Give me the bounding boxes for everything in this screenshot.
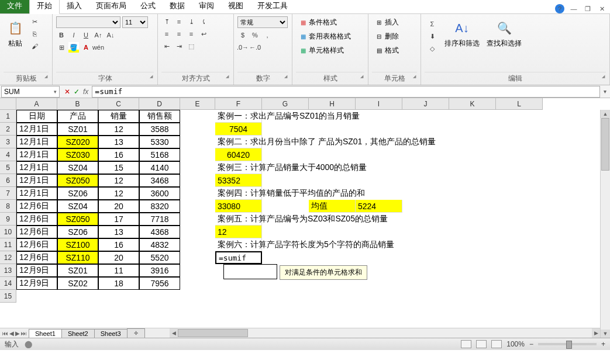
scroll-right-icon[interactable]: ▶ bbox=[592, 328, 600, 338]
cell[interactable]: SZ020 bbox=[57, 136, 98, 148]
font-family-select[interactable] bbox=[56, 16, 120, 28]
zoom-out-icon[interactable]: − bbox=[529, 340, 533, 348]
cell[interactable]: 4832 bbox=[139, 238, 180, 251]
col-header[interactable]: F bbox=[215, 98, 262, 110]
cell[interactable]: 4368 bbox=[139, 226, 180, 238]
minimize-icon[interactable]: — bbox=[569, 4, 578, 13]
cell[interactable]: 33080 bbox=[215, 200, 262, 213]
sort-filter-button[interactable]: A↓ 排序和筛选 bbox=[442, 16, 482, 51]
clear-icon[interactable]: ◇ bbox=[427, 43, 437, 54]
sheet-nav-last-icon[interactable]: ⏭ bbox=[21, 330, 27, 337]
cell[interactable]: SZ110 bbox=[57, 251, 98, 264]
tab-data[interactable]: 数据 bbox=[163, 0, 192, 13]
autosum-icon[interactable]: Σ bbox=[427, 19, 437, 29]
cell[interactable]: 3588 bbox=[139, 123, 180, 136]
cell[interactable]: SZ100 bbox=[57, 238, 98, 251]
tab-dev[interactable]: 开发工具 bbox=[250, 0, 295, 13]
cell[interactable]: 12 bbox=[98, 187, 139, 200]
border-icon[interactable]: ⊞ bbox=[56, 42, 67, 53]
cell[interactable]: =sumif bbox=[215, 251, 262, 264]
sheet-nav-next-icon[interactable]: ▶ bbox=[15, 330, 20, 337]
merge-icon[interactable]: ⬚ bbox=[186, 41, 197, 51]
percent-icon[interactable]: % bbox=[250, 30, 260, 40]
conditional-format-button[interactable]: ▦条件格式 bbox=[296, 16, 339, 29]
font-color-icon[interactable]: A bbox=[81, 42, 91, 53]
col-header[interactable]: D bbox=[139, 98, 180, 110]
help-icon[interactable]: ? bbox=[555, 4, 564, 13]
cell[interactable]: 12月9日 bbox=[16, 264, 57, 277]
comma-icon[interactable]: , bbox=[262, 30, 273, 40]
cell[interactable]: SZ01 bbox=[57, 123, 98, 136]
row-header[interactable]: 11 bbox=[0, 238, 16, 251]
scroll-left-icon[interactable]: ◀ bbox=[170, 328, 178, 338]
increase-indent-icon[interactable]: ⇥ bbox=[174, 41, 184, 51]
fill-color-icon[interactable]: 🪣 bbox=[68, 42, 79, 53]
cell[interactable]: 12 bbox=[215, 226, 262, 238]
fx-icon[interactable]: fx bbox=[83, 88, 88, 96]
row-header[interactable]: 15 bbox=[0, 290, 16, 303]
tab-view[interactable]: 视图 bbox=[221, 0, 250, 13]
align-left-icon[interactable]: ≡ bbox=[161, 29, 172, 39]
hscroll-thumb[interactable] bbox=[178, 329, 248, 337]
cell[interactable]: SZ04 bbox=[57, 161, 98, 174]
scroll-down-icon[interactable]: ▼ bbox=[601, 330, 610, 338]
restore-icon[interactable]: ❐ bbox=[583, 4, 592, 13]
align-middle-icon[interactable]: ≡ bbox=[174, 16, 184, 27]
cell[interactable]: 8320 bbox=[139, 200, 180, 213]
fill-icon[interactable]: ⬇ bbox=[427, 31, 437, 41]
tab-file[interactable]: 文件 bbox=[0, 0, 29, 13]
cell[interactable]: 12月6日 bbox=[16, 251, 57, 264]
number-format-select[interactable]: 常规 bbox=[237, 16, 288, 28]
col-header[interactable]: B bbox=[57, 98, 98, 110]
increase-decimal-icon[interactable]: .0→ bbox=[237, 42, 248, 53]
vertical-scrollbar[interactable]: ▲ ▼ bbox=[600, 110, 610, 338]
macro-record-icon[interactable]: ⬤ bbox=[25, 340, 32, 348]
cell[interactable]: 5520 bbox=[139, 251, 180, 264]
format-table-button[interactable]: ▦套用表格格式 bbox=[296, 30, 353, 43]
cell[interactable]: 7956 bbox=[139, 277, 180, 290]
cell[interactable]: 5224 bbox=[356, 200, 402, 213]
cell[interactable]: 7718 bbox=[139, 213, 180, 226]
delete-cells-button[interactable]: ⊟删除 bbox=[372, 30, 401, 43]
cell[interactable]: 12月1日 bbox=[16, 136, 57, 148]
row-header[interactable]: 5 bbox=[0, 161, 16, 174]
view-layout-icon[interactable] bbox=[476, 340, 487, 348]
col-header[interactable]: A bbox=[16, 98, 57, 110]
format-cells-button[interactable]: ▤格式 bbox=[372, 44, 401, 57]
cell[interactable]: 18 bbox=[98, 277, 139, 290]
cell[interactable]: 12月6日 bbox=[16, 213, 57, 226]
bold-button[interactable]: B bbox=[56, 30, 67, 40]
tab-home[interactable]: 开始 bbox=[29, 0, 60, 14]
cell[interactable]: 13 bbox=[98, 136, 139, 148]
row-header[interactable]: 10 bbox=[0, 226, 16, 238]
wrap-text-icon[interactable]: ↩ bbox=[198, 29, 209, 39]
sheet-tab[interactable]: Sheet1 bbox=[29, 329, 62, 338]
format-painter-icon[interactable]: 🖌 bbox=[29, 41, 40, 51]
cell[interactable]: 20 bbox=[98, 200, 139, 213]
cell[interactable]: 16 bbox=[98, 148, 139, 161]
col-header[interactable]: J bbox=[402, 98, 449, 110]
align-right-icon[interactable]: ≡ bbox=[186, 29, 197, 39]
cell[interactable]: SZ06 bbox=[57, 187, 98, 200]
phonetic-icon[interactable]: wén bbox=[93, 42, 104, 53]
cell[interactable]: 销量 bbox=[98, 110, 139, 123]
cell[interactable]: 53352 bbox=[215, 174, 262, 187]
currency-icon[interactable]: $ bbox=[237, 30, 248, 40]
scroll-up-icon[interactable]: ▲ bbox=[601, 110, 610, 118]
cell[interactable]: 案例二：求出月份当中除了 产品为SZ01，其他产品的总销量 bbox=[215, 136, 262, 148]
cancel-formula-icon[interactable]: ✕ bbox=[64, 88, 70, 96]
new-sheet-button[interactable]: ✧ bbox=[127, 328, 145, 338]
row-header[interactable]: 14 bbox=[0, 277, 16, 290]
font-size-select[interactable]: 11 bbox=[122, 16, 148, 28]
col-header[interactable]: C bbox=[98, 98, 139, 110]
vscroll-thumb[interactable] bbox=[601, 118, 609, 171]
cell[interactable]: 16 bbox=[98, 238, 139, 251]
cell[interactable]: 12月1日 bbox=[16, 161, 57, 174]
cell[interactable]: SZ030 bbox=[57, 148, 98, 161]
col-header[interactable]: I bbox=[356, 98, 402, 110]
view-pagebreak-icon[interactable] bbox=[491, 340, 502, 348]
cell[interactable]: 12月1日 bbox=[16, 123, 57, 136]
col-header[interactable]: G bbox=[262, 98, 309, 110]
formula-autocomplete[interactable] bbox=[223, 264, 277, 279]
select-all-corner[interactable] bbox=[0, 98, 16, 110]
